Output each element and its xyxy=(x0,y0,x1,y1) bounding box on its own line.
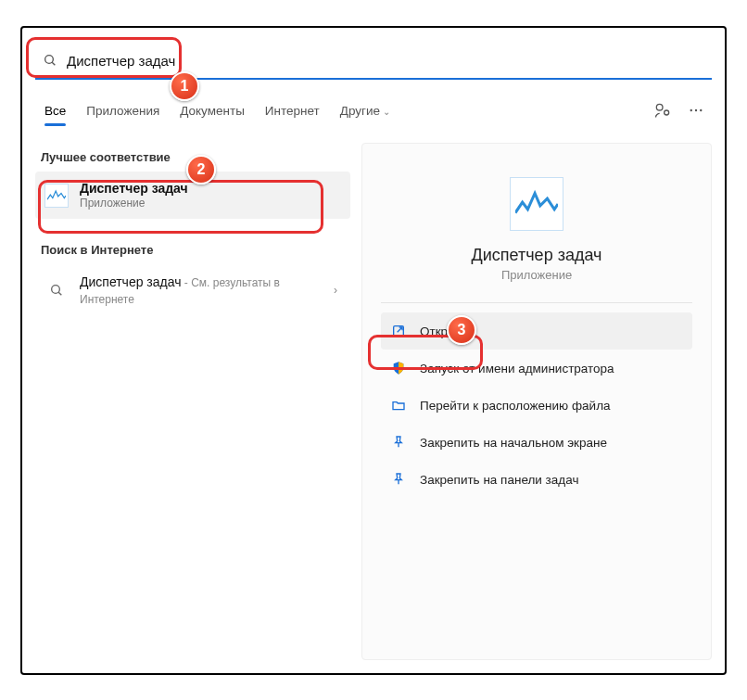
action-pin-start-label: Закрепить на начальном экране xyxy=(420,436,607,450)
svg-point-2 xyxy=(656,104,663,110)
web-search-heading: Поиск в Интернете xyxy=(35,235,350,264)
search-icon xyxy=(41,51,59,70)
detail-title: Диспетчер задач xyxy=(472,246,602,265)
task-manager-icon xyxy=(510,177,563,231)
search-icon xyxy=(44,278,69,302)
folder-icon xyxy=(388,395,409,415)
tab-all[interactable]: Все xyxy=(35,98,75,123)
tab-other-label: Другие xyxy=(340,104,380,118)
pin-icon xyxy=(388,469,409,490)
tab-documents[interactable]: Документы xyxy=(171,98,254,123)
svg-line-8 xyxy=(58,292,61,295)
action-pin-taskbar-label: Закрепить на панели задач xyxy=(420,473,578,487)
action-open-file-location[interactable]: Перейти к расположению файла xyxy=(381,387,692,424)
chevron-right-icon: › xyxy=(330,284,341,297)
search-input[interactable] xyxy=(59,53,706,69)
action-pin-taskbar[interactable]: Закрепить на панели задач xyxy=(381,461,692,498)
best-match-subtitle: Приложение xyxy=(80,197,341,210)
results-column: Лучшее соответствие Диспетчер задач Прил… xyxy=(35,143,350,660)
svg-point-5 xyxy=(695,109,697,111)
account-icon[interactable] xyxy=(647,96,678,124)
action-run-as-admin[interactable]: Запуск от имени администратора xyxy=(381,350,692,387)
action-pin-start[interactable]: Закрепить на начальном экране xyxy=(381,424,692,461)
web-result-title: Диспетчер задач xyxy=(80,274,182,289)
chevron-down-icon: ⌄ xyxy=(383,107,390,117)
svg-point-7 xyxy=(52,286,60,294)
search-bar xyxy=(35,43,712,80)
svg-point-6 xyxy=(700,109,702,111)
filter-tabs: Все Приложения Документы Интернет Другие… xyxy=(35,96,712,124)
action-run-as-admin-label: Запуск от имени администратора xyxy=(420,362,614,375)
svg-line-1 xyxy=(52,62,55,65)
more-icon[interactable] xyxy=(680,96,712,124)
best-match-item[interactable]: Диспетчер задач Приложение xyxy=(35,172,350,219)
tab-apps[interactable]: Приложения xyxy=(77,98,169,123)
search-window: Все Приложения Документы Интернет Другие… xyxy=(20,26,727,675)
open-icon xyxy=(388,321,409,341)
action-open-file-location-label: Перейти к расположению файла xyxy=(420,399,611,413)
divider xyxy=(381,302,692,303)
shield-icon xyxy=(388,358,409,378)
detail-subtitle: Приложение xyxy=(501,268,572,282)
svg-point-4 xyxy=(690,109,692,111)
pin-icon xyxy=(388,432,409,452)
best-match-title: Диспетчер задач xyxy=(80,181,341,196)
web-result-item[interactable]: Диспетчер задач - См. результаты в Интер… xyxy=(35,264,350,316)
svg-point-0 xyxy=(45,56,54,64)
tab-web[interactable]: Интернет xyxy=(256,98,329,123)
tab-other[interactable]: Другие⌄ xyxy=(331,98,399,123)
action-open-label: Открыть xyxy=(420,325,469,338)
action-list: Открыть Запуск от имени администратора П… xyxy=(381,312,692,498)
best-match-heading: Лучшее соответствие xyxy=(35,143,350,172)
task-manager-icon xyxy=(44,184,69,208)
detail-pane: Диспетчер задач Приложение Открыть Запус… xyxy=(361,143,712,660)
svg-point-3 xyxy=(665,110,669,115)
action-open[interactable]: Открыть xyxy=(381,312,692,350)
